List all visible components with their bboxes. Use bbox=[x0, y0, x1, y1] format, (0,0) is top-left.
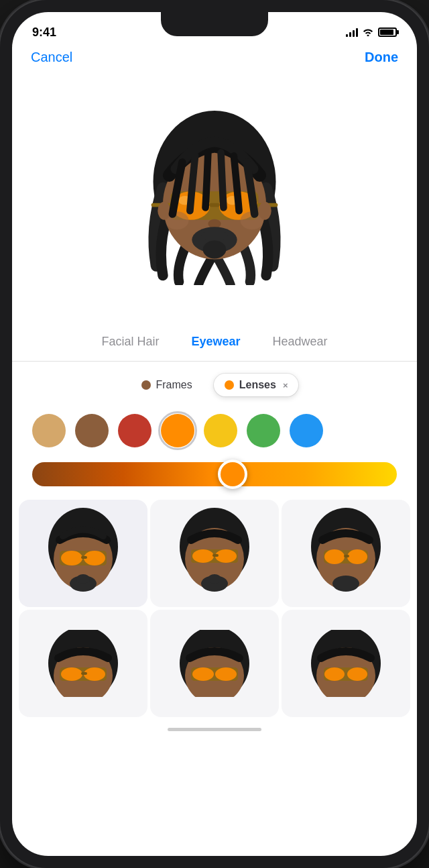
filter-pills: Frames Lenses × bbox=[25, 374, 404, 396]
swatch-beige[interactable] bbox=[32, 414, 66, 447]
done-button[interactable]: Done bbox=[365, 50, 398, 65]
frames-label: Frames bbox=[156, 379, 192, 391]
signal-icon bbox=[346, 28, 358, 37]
svg-point-12 bbox=[203, 241, 227, 259]
swatch-green[interactable] bbox=[247, 414, 280, 447]
status-icons bbox=[346, 27, 397, 38]
color-slider-track[interactable] bbox=[32, 462, 397, 486]
tab-eyewear[interactable]: Eyewear bbox=[175, 332, 256, 351]
svg-point-56 bbox=[347, 667, 367, 681]
lenses-dot bbox=[225, 380, 234, 390]
status-time: 9:41 bbox=[32, 25, 56, 40]
svg-rect-39 bbox=[344, 555, 349, 557]
svg-point-16 bbox=[158, 202, 170, 220]
custom-panel: Frames Lenses × bbox=[12, 362, 417, 497]
tab-headwear[interactable]: Headwear bbox=[257, 332, 344, 351]
memoji-option-5[interactable] bbox=[150, 610, 279, 717]
phone-frame: 9:41 Cancel Do bbox=[0, 0, 429, 868]
svg-rect-31 bbox=[212, 554, 219, 557]
battery-icon bbox=[378, 28, 397, 37]
svg-point-55 bbox=[324, 667, 345, 681]
lenses-label: Lenses bbox=[239, 379, 276, 391]
wifi-icon bbox=[362, 27, 374, 38]
svg-rect-7 bbox=[209, 203, 219, 207]
svg-point-44 bbox=[61, 667, 82, 681]
cancel-button[interactable]: Cancel bbox=[31, 50, 72, 65]
home-bar bbox=[168, 728, 261, 731]
svg-point-25 bbox=[76, 574, 90, 584]
svg-point-21 bbox=[61, 551, 82, 565]
memoji-grid bbox=[12, 497, 417, 720]
svg-rect-23 bbox=[81, 556, 87, 559]
swatch-red[interactable] bbox=[118, 414, 151, 447]
memoji-option-2[interactable] bbox=[150, 500, 279, 607]
svg-point-30 bbox=[215, 549, 237, 563]
lenses-close-icon[interactable]: × bbox=[283, 380, 288, 390]
svg-point-29 bbox=[192, 549, 214, 563]
svg-point-40 bbox=[332, 576, 359, 592]
svg-point-45 bbox=[84, 667, 105, 681]
frames-pill[interactable]: Frames bbox=[131, 374, 203, 396]
lenses-pill[interactable]: Lenses × bbox=[214, 374, 299, 396]
memoji-option-6[interactable] bbox=[282, 610, 410, 717]
color-slider-container bbox=[25, 454, 404, 497]
svg-rect-13 bbox=[202, 232, 228, 240]
swatch-yellow[interactable] bbox=[204, 414, 237, 447]
notch bbox=[161, 12, 268, 36]
tab-facial-hair[interactable]: Facial Hair bbox=[85, 332, 175, 351]
avatar-preview-area bbox=[12, 70, 417, 325]
color-swatches bbox=[25, 407, 404, 454]
category-tabs: Facial Hair Eyewear Headwear bbox=[12, 325, 417, 362]
frames-dot bbox=[141, 380, 151, 390]
swatch-orange[interactable] bbox=[161, 414, 194, 447]
svg-point-38 bbox=[347, 549, 367, 564]
svg-point-22 bbox=[84, 551, 105, 565]
avatar-memoji bbox=[134, 111, 295, 285]
swatch-brown[interactable] bbox=[75, 414, 109, 447]
svg-point-51 bbox=[215, 667, 237, 681]
svg-point-10 bbox=[208, 219, 221, 228]
svg-point-37 bbox=[324, 549, 345, 564]
phone-screen: 9:41 Cancel Do bbox=[12, 12, 417, 856]
swatch-blue[interactable] bbox=[290, 414, 323, 447]
slider-thumb-color bbox=[221, 462, 245, 486]
memoji-option-3[interactable] bbox=[282, 500, 410, 607]
svg-rect-46 bbox=[81, 672, 87, 675]
home-indicator bbox=[12, 720, 417, 739]
svg-point-33 bbox=[208, 574, 221, 584]
svg-point-17 bbox=[258, 202, 271, 220]
memoji-option-1[interactable] bbox=[19, 500, 147, 607]
nav-bar: Cancel Done bbox=[12, 47, 417, 70]
svg-point-50 bbox=[192, 667, 214, 681]
memoji-option-4[interactable] bbox=[19, 610, 147, 717]
color-slider-thumb[interactable] bbox=[218, 459, 247, 489]
